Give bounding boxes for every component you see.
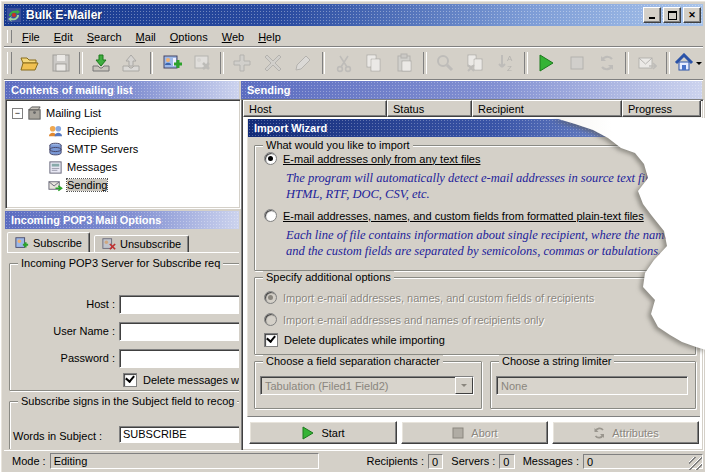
radio-import-names-only: Import e-mail addresses and names of rec…: [264, 313, 544, 326]
menubar-grip[interactable]: [7, 30, 12, 43]
title-bar: Bulk E-Mailer ✕: [4, 4, 703, 26]
add-contact-button[interactable]: [156, 48, 186, 78]
scissors-icon: [334, 53, 354, 73]
window-title: Bulk E-Mailer: [26, 8, 102, 22]
toolbar-separator: [666, 52, 670, 74]
toolbar-separator: [150, 52, 154, 74]
sort-az-icon: AZ: [496, 53, 516, 73]
radio-icon: [264, 291, 277, 304]
close-button[interactable]: ✕: [683, 7, 701, 23]
checkbox-label: Delete duplicates while importing: [284, 334, 445, 346]
delete-button: [258, 48, 288, 78]
import-type-group-title: What would you like to import: [263, 139, 413, 151]
password-input[interactable]: [119, 349, 239, 368]
magnifier-icon: [435, 53, 455, 73]
home-button[interactable]: [673, 48, 703, 78]
menu-file[interactable]: File: [15, 29, 47, 45]
menu-edit[interactable]: Edit: [47, 29, 80, 45]
column-header-recipient[interactable]: Recipient: [472, 100, 622, 117]
field-separator-value: Tabulation (Filed1 Field2): [265, 380, 389, 392]
resize-grip[interactable]: [689, 457, 702, 470]
svg-text:A: A: [507, 54, 513, 63]
radio-import-addresses-names-fields[interactable]: E-mail addresses, names, and custom fiel…: [264, 209, 644, 222]
messages-label: Messages :: [523, 455, 579, 467]
x-icon: [263, 53, 283, 73]
toolbar-separator: [322, 52, 326, 74]
start-sending-button[interactable]: [531, 48, 561, 78]
user-name-input[interactable]: [119, 322, 239, 341]
contents-panel-header: Contents of mailing list: [5, 81, 239, 99]
radio-import-addresses-only[interactable]: E-mail addresses only from any text file…: [264, 152, 480, 165]
field-separator-combobox: Tabulation (Filed1 Field2): [260, 376, 474, 395]
toolbar-grip[interactable]: [7, 52, 12, 74]
open-folder-icon: [20, 53, 40, 73]
option1-description-line1: The program will automatically detect e-…: [286, 170, 694, 186]
abort-button-label: Abort: [471, 427, 497, 439]
refresh-icon: [597, 53, 617, 73]
toolbar-separator: [625, 52, 629, 74]
menu-options[interactable]: Options: [163, 29, 215, 45]
tree-item-label: Sending: [67, 179, 107, 191]
column-header-progress[interactable]: Progress: [622, 100, 701, 117]
tab-label: Subscribe: [33, 237, 82, 249]
servers-count: 0: [499, 454, 514, 469]
toolbar-separator: [423, 52, 427, 74]
tree-item-recipients[interactable]: Recipients: [48, 123, 118, 139]
tree-item-label: Recipients: [67, 125, 118, 137]
tree-item-mailing-list[interactable]: − Mailing List: [12, 105, 101, 121]
play-icon: [536, 53, 556, 73]
menu-web[interactable]: Web: [215, 29, 251, 45]
column-header-status[interactable]: Status: [387, 100, 472, 117]
menu-bar: File Edit Search Mail Options Web Help: [4, 27, 703, 47]
remove-duplicates-icon: [465, 53, 485, 73]
host-input[interactable]: [119, 295, 239, 314]
string-limiter-group-title: Choose a string limiter: [499, 355, 614, 367]
home-icon: [674, 53, 694, 73]
maximize-button[interactable]: [663, 7, 681, 23]
stop-sending-button: [561, 48, 591, 78]
contents-panel-title: Contents of mailing list: [11, 84, 133, 96]
open-button[interactable]: [15, 48, 45, 78]
edit-button: [288, 48, 318, 78]
unsubscribe-icon: [102, 237, 116, 251]
remove-duplicates-button: [460, 48, 490, 78]
pop3-panel-body: Subscribe Unsubscribe Incoming POP3 Serv…: [5, 229, 239, 449]
recipients-icon: [48, 124, 63, 139]
servers-label: Servers :: [451, 455, 495, 467]
menu-help[interactable]: Help: [251, 29, 288, 45]
menu-search[interactable]: Search: [80, 29, 129, 45]
import-wizard: Import Wizard What would you like to imp…: [247, 119, 700, 417]
tab-subscribe[interactable]: Subscribe: [7, 232, 90, 253]
home-dropdown-caret: [696, 62, 702, 68]
radio-label: E-mail addresses, names, and custom fiel…: [283, 210, 644, 222]
tab-unsubscribe[interactable]: Unsubscribe: [94, 235, 189, 253]
import-button[interactable]: [86, 48, 116, 78]
string-limiter-field: None: [496, 376, 688, 395]
refresh-button: [592, 48, 622, 78]
checkbox-icon: [264, 333, 278, 347]
tree-item-sending[interactable]: Sending: [48, 177, 107, 193]
recipients-count: 0: [428, 454, 443, 469]
attributes-button: Attributes: [552, 421, 699, 444]
tree-item-messages[interactable]: Messages: [48, 159, 117, 175]
sending-panel-title: Sending: [247, 84, 290, 96]
paste-icon: [395, 53, 415, 73]
start-button[interactable]: Start: [249, 421, 397, 444]
box-icon: [27, 106, 42, 121]
sending-panel-header: Sending: [241, 81, 702, 99]
radio-label: Import e-mail addresses and names of rec…: [283, 314, 544, 326]
abort-button: Abort: [401, 421, 548, 444]
words-in-subject-input[interactable]: SUBSCRIBE: [119, 426, 239, 443]
option1-description-line2: HTML, RTF, DOC, CSV, etc.: [286, 186, 430, 202]
column-header-host[interactable]: Host: [243, 100, 387, 117]
minimize-icon: [649, 17, 655, 19]
delete-messages-checkbox[interactable]: Delete messages wi: [123, 373, 239, 387]
tree-item-smtp-servers[interactable]: SMTP Servers: [48, 141, 138, 157]
minimize-button[interactable]: [643, 7, 661, 23]
menu-mail[interactable]: Mail: [129, 29, 163, 45]
pop3-panel-title: Incoming POP3 Mail Options: [11, 214, 161, 226]
chevron-down-icon: [461, 384, 467, 390]
option2-description-line1: Each line of file contains information a…: [286, 227, 701, 243]
delete-duplicates-checkbox[interactable]: Delete duplicates while importing: [264, 333, 445, 347]
tree-expander[interactable]: −: [12, 108, 23, 119]
